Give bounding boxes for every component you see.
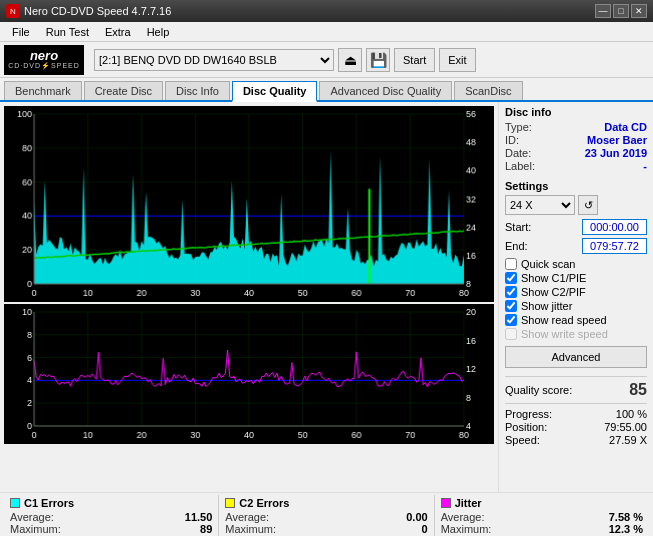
toolbar: nero CD·DVD⚡SPEED [2:1] BENQ DVD DD DW16… (0, 42, 653, 78)
jitter-avg-label: Average: (441, 511, 485, 523)
drive-selector[interactable]: [2:1] BENQ DVD DD DW1640 BSLB (94, 49, 334, 71)
show-read-speed-label: Show read speed (521, 314, 607, 326)
quality-score-row: Quality score: 85 (505, 376, 647, 399)
show-jitter-row: Show jitter (505, 300, 647, 312)
disc-date-row: Date: 23 Jun 2019 (505, 147, 647, 159)
menu-help[interactable]: Help (139, 24, 178, 40)
advanced-button[interactable]: Advanced (505, 346, 647, 368)
tab-advanced-disc-quality[interactable]: Advanced Disc Quality (319, 81, 452, 100)
nero-logo: nero CD·DVD⚡SPEED (4, 45, 84, 75)
speed-row-progress: Speed: 27.59 X (505, 434, 647, 446)
quality-score-value: 85 (629, 381, 647, 399)
app-icon: N (6, 4, 20, 18)
jitter-header: Jitter (441, 497, 643, 509)
exit-button[interactable]: Exit (439, 48, 475, 72)
minimize-button[interactable]: — (595, 4, 611, 18)
speed-selector[interactable]: 24 X Maximum 4 X 8 X 16 X 32 X (505, 195, 575, 215)
disc-date-label: Date: (505, 147, 531, 159)
c1-max-row: Maximum: 89 (10, 523, 212, 535)
menu-extra[interactable]: Extra (97, 24, 139, 40)
refresh-icon[interactable]: ↺ (578, 195, 598, 215)
tab-create-disc[interactable]: Create Disc (84, 81, 163, 100)
tab-disc-quality[interactable]: Disc Quality (232, 81, 318, 102)
right-panel: Disc info Type: Data CD ID: Moser Baer D… (498, 102, 653, 492)
start-button[interactable]: Start (394, 48, 435, 72)
disc-label-row: Label: - (505, 160, 647, 172)
show-c1-checkbox[interactable] (505, 272, 517, 284)
disc-id-value: Moser Baer (587, 134, 647, 146)
quick-scan-label: Quick scan (521, 258, 575, 270)
eject-icon[interactable]: ⏏ (338, 48, 362, 72)
jitter-max-label: Maximum: (441, 523, 492, 535)
show-write-speed-label: Show write speed (521, 328, 608, 340)
start-time-input[interactable] (582, 219, 647, 235)
disc-label-label: Label: (505, 160, 535, 172)
progress-value: 100 % (616, 408, 647, 420)
c2-errors-header: C2 Errors (225, 497, 427, 509)
c2-max-row: Maximum: 0 (225, 523, 427, 535)
c2-max-label: Maximum: (225, 523, 276, 535)
tabs-bar: Benchmark Create Disc Disc Info Disc Qua… (0, 78, 653, 102)
show-c2-checkbox[interactable] (505, 286, 517, 298)
start-time-label: Start: (505, 221, 531, 233)
show-c2-row: Show C2/PIF (505, 286, 647, 298)
save-icon[interactable]: 💾 (366, 48, 390, 72)
c1-avg-label: Average: (10, 511, 54, 523)
jitter-group: Jitter Average: 7.58 % Maximum: 12.3 % (435, 495, 649, 536)
quick-scan-row: Quick scan (505, 258, 647, 270)
nero-sub-text: CD·DVD⚡SPEED (8, 62, 80, 70)
c1-max-value: 89 (200, 523, 212, 535)
end-time-label: End: (505, 240, 528, 252)
menu-file[interactable]: File (4, 24, 38, 40)
disc-info-section: Disc info Type: Data CD ID: Moser Baer D… (505, 106, 647, 172)
show-write-speed-row: Show write speed (505, 328, 647, 340)
menu-bar: File Run Test Extra Help (0, 22, 653, 42)
settings-title: Settings (505, 180, 647, 192)
disc-info-title: Disc info (505, 106, 647, 118)
quick-scan-checkbox[interactable] (505, 258, 517, 270)
start-time-row: Start: (505, 219, 647, 235)
tab-scan-disc[interactable]: ScanDisc (454, 81, 522, 100)
show-c1-label: Show C1/PIE (521, 272, 586, 284)
c2-avg-row: Average: 0.00 (225, 511, 427, 523)
c1-errors-title: C1 Errors (24, 497, 74, 509)
end-time-input[interactable] (582, 238, 647, 254)
window-title: Nero CD-DVD Speed 4.7.7.16 (24, 5, 595, 17)
stats-area: C1 Errors Average: 11.50 Maximum: 89 Tot… (0, 492, 653, 536)
c2-avg-label: Average: (225, 511, 269, 523)
progress-row: Progress: 100 % (505, 408, 647, 420)
position-row: Position: 79:55.00 (505, 421, 647, 433)
nero-brand-text: nero (30, 49, 58, 62)
menu-run-test[interactable]: Run Test (38, 24, 97, 40)
jitter-avg-value: 7.58 % (609, 511, 643, 523)
jitter-title: Jitter (455, 497, 482, 509)
speed-label: Speed: (505, 434, 540, 446)
c1-avg-row: Average: 11.50 (10, 511, 212, 523)
show-jitter-checkbox[interactable] (505, 300, 517, 312)
disc-date-value: 23 Jun 2019 (585, 147, 647, 159)
jitter-max-row: Maximum: 12.3 % (441, 523, 643, 535)
c1-avg-value: 11.50 (185, 511, 213, 523)
maximize-button[interactable]: □ (613, 4, 629, 18)
jitter-color-box (441, 498, 451, 508)
close-button[interactable]: ✕ (631, 4, 647, 18)
window-controls: — □ ✕ (595, 4, 647, 18)
disc-id-label: ID: (505, 134, 519, 146)
top-chart (4, 106, 494, 302)
show-write-speed-checkbox (505, 328, 517, 340)
main-content: Disc info Type: Data CD ID: Moser Baer D… (0, 102, 653, 492)
c2-avg-value: 0.00 (406, 511, 427, 523)
settings-section: Settings 24 X Maximum 4 X 8 X 16 X 32 X … (505, 180, 647, 368)
c1-color-box (10, 498, 20, 508)
speed-row: 24 X Maximum 4 X 8 X 16 X 32 X ↺ (505, 195, 647, 215)
show-read-speed-checkbox[interactable] (505, 314, 517, 326)
position-value: 79:55.00 (604, 421, 647, 433)
title-bar: N Nero CD-DVD Speed 4.7.7.16 — □ ✕ (0, 0, 653, 22)
show-c2-label: Show C2/PIF (521, 286, 586, 298)
c2-max-value: 0 (422, 523, 428, 535)
c2-color-box (225, 498, 235, 508)
tab-benchmark[interactable]: Benchmark (4, 81, 82, 100)
charts-area (0, 102, 498, 492)
tab-disc-info[interactable]: Disc Info (165, 81, 230, 100)
bottom-chart (4, 304, 494, 445)
